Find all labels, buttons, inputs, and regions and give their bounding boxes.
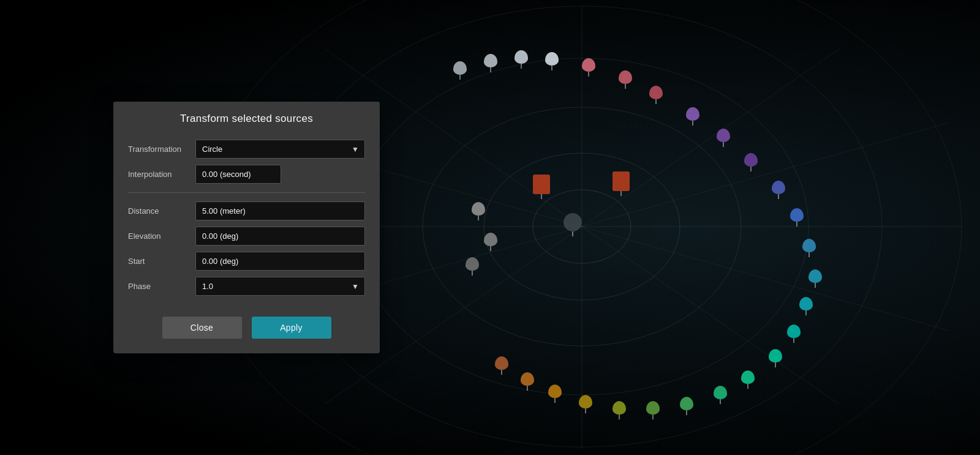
elevation-input[interactable] [195,227,365,246]
interpolation-label: Interpolation [128,170,195,179]
divider [128,192,365,193]
transformation-select-wrapper: Circle Line Grid Sphere ▼ [195,140,365,159]
transformation-row: Transformation Circle Line Grid Sphere ▼ [128,140,365,159]
distance-input[interactable] [195,201,365,220]
elevation-label: Elevation [128,231,195,241]
start-label: Start [128,257,195,266]
start-input[interactable] [195,252,365,271]
phase-select-wrapper: 1.0 0.5 0.25 2.0 ▼ [195,277,365,296]
phase-row: Phase 1.0 0.5 0.25 2.0 ▼ [128,277,365,296]
transformation-select[interactable]: Circle Line Grid Sphere [195,140,365,159]
elevation-row: Elevation [128,227,365,246]
start-row: Start [128,252,365,271]
phase-label: Phase [128,282,195,291]
modal-overlay: Transform selected sources Transformatio… [0,0,980,455]
distance-label: Distance [128,206,195,216]
modal-title: Transform selected sources [128,113,365,125]
phase-select[interactable]: 1.0 0.5 0.25 2.0 [195,277,365,296]
transformation-label: Transformation [128,145,195,154]
interpolation-row: Interpolation [128,165,365,184]
interpolation-input[interactable] [195,165,281,184]
close-button[interactable]: Close [162,317,242,339]
modal-body: Transformation Circle Line Grid Sphere ▼… [113,135,380,312]
distance-row: Distance [128,201,365,220]
apply-button[interactable]: Apply [252,317,331,339]
transform-modal: Transform selected sources Transformatio… [113,102,380,353]
modal-header: Transform selected sources [113,102,380,135]
modal-footer: Close Apply [113,312,380,339]
